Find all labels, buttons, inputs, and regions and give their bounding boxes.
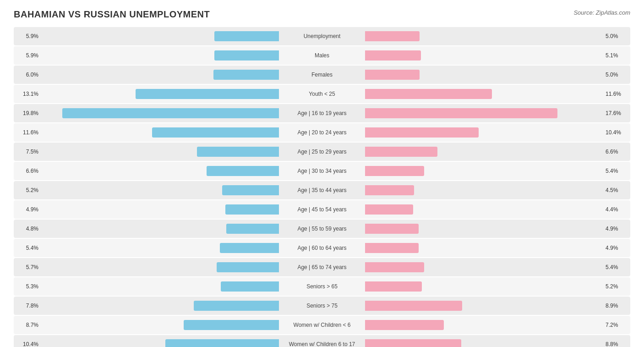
row-center-label: Women w/ Children < 6: [281, 322, 363, 328]
row-center-label: Age | 45 to 54 years: [281, 206, 363, 213]
chart-row: 10.4% Women w/ Children 6 to 17 8.8%: [14, 335, 630, 347]
blue-bar: [217, 262, 279, 272]
blue-bar: [213, 70, 279, 80]
blue-bar: [220, 243, 279, 253]
bar-value-left: 5.2%: [14, 187, 41, 193]
row-center-label: Males: [281, 52, 363, 59]
pink-bar: [365, 166, 424, 176]
chart-row: 5.3% Seniors > 65 5.2%: [14, 277, 630, 296]
blue-bar: [165, 339, 279, 347]
chart-row: 13.1% Youth < 25 11.6%: [14, 85, 630, 103]
bar-value-right: 6.6%: [603, 149, 630, 155]
bar-value-left: 4.9%: [14, 206, 41, 213]
bar-value-right: 5.4%: [603, 168, 630, 174]
pink-bar: [365, 204, 413, 215]
blue-bar: [225, 204, 279, 215]
bar-value-right: 7.2%: [603, 322, 630, 328]
blue-bar: [207, 166, 279, 176]
blue-bar: [221, 281, 279, 292]
chart-row: 5.7% Age | 65 to 74 years 5.4%: [14, 258, 630, 276]
chart-row: 6.6% Age | 30 to 34 years 5.4%: [14, 162, 630, 180]
row-center-label: Seniors > 75: [281, 303, 363, 309]
blue-bar: [136, 89, 279, 99]
bar-value-left: 19.8%: [14, 110, 41, 116]
bar-value-left: 4.8%: [14, 226, 41, 232]
chart-row: 11.6% Age | 20 to 24 years 10.4%: [14, 123, 630, 142]
bar-value-right: 8.8%: [603, 341, 630, 347]
bar-value-right: 10.4%: [603, 129, 630, 136]
bar-value-right: 4.9%: [603, 226, 630, 232]
row-center-label: Females: [281, 72, 363, 78]
row-center-label: Age | 16 to 19 years: [281, 110, 363, 116]
pink-bar: [365, 185, 414, 195]
row-center-label: Age | 55 to 59 years: [281, 226, 363, 232]
chart-row: 5.9% Unemployment 5.0%: [14, 27, 630, 45]
bar-value-right: 5.2%: [603, 283, 630, 290]
chart-row: 4.9% Age | 45 to 54 years 4.4%: [14, 200, 630, 219]
pink-bar: [365, 127, 479, 138]
chart-body: 5.9% Unemployment 5.0% 5.9%: [14, 27, 630, 347]
chart-row: 7.8% Seniors > 75 8.9%: [14, 297, 630, 315]
blue-bar: [214, 50, 279, 61]
bar-value-right: 11.6%: [603, 91, 630, 97]
blue-bar: [226, 224, 279, 234]
bar-value-left: 5.4%: [14, 245, 41, 251]
bar-value-left: 6.6%: [14, 168, 41, 174]
blue-bar: [184, 320, 279, 330]
row-center-label: Age | 65 to 74 years: [281, 264, 363, 270]
bar-value-left: 11.6%: [14, 129, 41, 136]
row-center-label: Women w/ Children 6 to 17: [281, 341, 363, 347]
bar-value-left: 5.3%: [14, 283, 41, 290]
row-center-label: Seniors > 65: [281, 283, 363, 290]
pink-bar: [365, 224, 419, 234]
pink-bar: [365, 320, 444, 330]
bar-value-right: 8.9%: [603, 303, 630, 309]
bar-value-right: 17.6%: [603, 110, 630, 116]
bar-value-right: 5.1%: [603, 52, 630, 59]
chart-row: 8.7% Women w/ Children < 6 7.2%: [14, 316, 630, 334]
blue-bar: [197, 147, 279, 157]
chart-row: 19.8% Age | 16 to 19 years 17.6%: [14, 104, 630, 122]
pink-bar: [365, 70, 420, 80]
chart-row: 7.5% Age | 25 to 29 years 6.6%: [14, 143, 630, 161]
pink-bar: [365, 50, 421, 61]
row-center-label: Age | 30 to 34 years: [281, 168, 363, 174]
chart-row: 5.2% Age | 35 to 44 years 4.5%: [14, 181, 630, 199]
pink-bar: [365, 147, 437, 157]
bar-value-right: 4.5%: [603, 187, 630, 193]
bar-value-right: 5.4%: [603, 264, 630, 270]
pink-bar: [365, 301, 462, 311]
bar-value-right: 5.0%: [603, 72, 630, 78]
chart-row: 5.9% Males 5.1%: [14, 46, 630, 65]
bar-value-left: 8.7%: [14, 322, 41, 328]
row-center-label: Youth < 25: [281, 91, 363, 97]
chart-header: BAHAMIAN VS RUSSIAN UNEMPLOYMENT Source:…: [14, 9, 630, 20]
bar-value-left: 5.9%: [14, 52, 41, 59]
pink-bar: [365, 243, 419, 253]
row-center-label: Age | 35 to 44 years: [281, 187, 363, 193]
pink-bar: [365, 31, 420, 41]
chart-container: BAHAMIAN VS RUSSIAN UNEMPLOYMENT Source:…: [0, 0, 644, 347]
chart-source: Source: ZipAtlas.com: [573, 9, 630, 16]
chart-row: 4.8% Age | 55 to 59 years 4.9%: [14, 220, 630, 238]
chart-row: 5.4% Age | 60 to 64 years 4.9%: [14, 239, 630, 257]
pink-bar: [365, 339, 461, 347]
blue-bar: [222, 185, 279, 195]
row-center-label: Age | 60 to 64 years: [281, 245, 363, 251]
pink-bar: [365, 281, 422, 292]
blue-bar: [214, 31, 279, 41]
bar-value-right: 4.4%: [603, 206, 630, 213]
chart-title: BAHAMIAN VS RUSSIAN UNEMPLOYMENT: [14, 9, 210, 20]
chart-row: 6.0% Females 5.0%: [14, 66, 630, 84]
pink-bar: [365, 108, 557, 118]
bar-value-left: 10.4%: [14, 341, 41, 347]
bar-value-right: 5.0%: [603, 33, 630, 39]
bar-value-left: 7.8%: [14, 303, 41, 309]
blue-bar: [62, 108, 279, 118]
pink-bar: [365, 89, 492, 99]
bar-value-left: 5.9%: [14, 33, 41, 39]
bar-value-left: 6.0%: [14, 72, 41, 78]
bar-value-left: 5.7%: [14, 264, 41, 270]
row-center-label: Unemployment: [281, 33, 363, 39]
pink-bar: [365, 262, 424, 272]
